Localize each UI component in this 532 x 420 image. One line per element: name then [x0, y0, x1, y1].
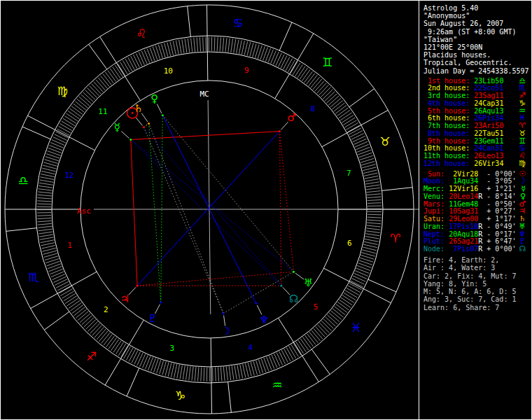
chart-wheel: ♈♉♊♋♌♍♎♏♐♑♒♓123456789101112AscMC☽☿♀♂♃♄♅♆… — [1, 1, 419, 419]
stats-line: M: 5, N: 6, A: 6, D: 5 — [424, 288, 531, 295]
node-icon: ☊ — [519, 246, 531, 253]
midheaven-label: MC — [200, 90, 209, 99]
wheel-mercury-icon: ☿ — [114, 121, 120, 134]
wheel-svg: ♈♉♊♋♌♍♎♏♐♑♒♓123456789101112AscMC☽☿♀♂♃♄♅♆… — [1, 1, 419, 419]
virgo-icon: ♍ — [519, 160, 531, 168]
house-position: 26Vir34 — [470, 160, 503, 168]
header-line: 9:26am (ST +8:00 GMT) — [424, 28, 531, 36]
astrolog-window: ♈♉♊♋♌♍♎♏♐♑♒♓123456789101112AscMC☽☿♀♂♃♄♅♆… — [0, 0, 532, 420]
aspect-lines — [131, 115, 294, 314]
house-number: 2 — [104, 305, 108, 314]
ascendant-label: Asc — [77, 206, 91, 216]
stats-summary: Fire: 4, Earth: 2,Air : 4, Water: 3Car: … — [424, 256, 531, 312]
stats-line: Air : 4, Water: 3 — [424, 264, 531, 272]
wheel-cancer-icon: ♋ — [233, 16, 244, 30]
stats-line: Learn: 6, Share: 7 — [424, 304, 531, 312]
planet-position: 7Pis07 — [444, 246, 478, 253]
wheel-saturn-icon: ♄ — [134, 102, 143, 115]
planets-list: Sun: 2Vir28 - 0°00'☉Moon: 1Aqu34 - 3°05'… — [424, 171, 531, 253]
house-number: 10 — [164, 66, 173, 76]
wheel-libra-icon: ♎ — [18, 174, 29, 188]
wheel-pisces-icon: ♓ — [351, 321, 361, 335]
planet-delta: + 0°00' — [482, 246, 516, 253]
wheel-jupiter-icon: ♃ — [120, 293, 130, 305]
stats-line: Fire: 4, Earth: 2, — [424, 256, 531, 264]
wheel-taurus-icon: ♉ — [379, 134, 390, 148]
planet-glyphs: ☽☿♀♂♃♄♅♆♇☊ — [114, 92, 313, 337]
wheel-aries-icon: ♈ — [390, 231, 400, 245]
wheel-pluto-icon: ♇ — [148, 312, 157, 325]
wheel-capricorn-icon: ♑ — [175, 388, 186, 402]
info-panel: Astrolog 5.40"Anonymous"Sun August 26, 2… — [420, 1, 531, 419]
house-number: 3 — [169, 344, 174, 353]
header-line: Tropical, Geocentric. — [424, 59, 531, 66]
chart-header: Astrolog 5.40"Anonymous"Sun August 26, 2… — [424, 4, 531, 75]
wheel-sagittarius-icon: ♐ — [86, 349, 97, 363]
header-line: Astrolog 5.40 — [424, 4, 531, 12]
wheel-moon-icon: ☽ — [221, 325, 230, 337]
header-line: "Taiwan" — [424, 36, 531, 43]
panel-divider — [419, 1, 419, 419]
stats-line: Ang: 3, Suc: 7, Cad: 1 — [424, 295, 531, 303]
house-number: 7 — [346, 169, 351, 178]
house-number: 1 — [67, 241, 72, 250]
wheel-leo-icon: ♌ — [136, 27, 146, 41]
wheel-neptune-icon: ♆ — [260, 314, 269, 326]
house-label: 12th house: — [424, 160, 470, 168]
planet-label: Node: — [424, 246, 444, 253]
house-number: 12 — [64, 171, 74, 180]
house-row: 12th house: 26Vir34♍ — [424, 160, 531, 168]
planet-row: Node: 7Pis07R + 0°00'☊ — [424, 246, 531, 253]
wheel-venus-icon: ♀ — [150, 92, 158, 105]
house-number: 9 — [244, 66, 249, 75]
wheel-uranus-icon: ♅ — [304, 276, 313, 289]
wheel-gemini-icon: ♊ — [322, 55, 332, 69]
header-line: Sun August 26, 2007 — [424, 20, 531, 27]
house-number: 6 — [347, 239, 352, 248]
wheel-mars-icon: ♂ — [287, 111, 296, 124]
house-number: 5 — [314, 302, 318, 312]
header-line: 121°00E 25°00N — [424, 43, 531, 51]
stats-line: Yang: 8, Yin: 5 — [424, 280, 531, 288]
wheel-aquarius-icon: ♒ — [272, 378, 283, 392]
house-number: 11 — [98, 107, 107, 116]
house-number: 4 — [248, 343, 253, 352]
wheel-node-icon: ☊ — [289, 293, 298, 305]
header-line: Placidus houses. — [424, 51, 531, 59]
stats-line: Car: 2, Fix: 4, Mut: 7 — [424, 272, 531, 280]
header-line: "Anonymous" — [424, 12, 531, 20]
wheel-scorpio-icon: ♏ — [29, 270, 39, 284]
wheel-virgo-icon: ♍ — [57, 84, 68, 98]
houses-list: 1st house: 23Lib50♎ 2nd house: 22Sco51♏ … — [424, 78, 531, 168]
header-line: Julian Day = 2454338.5597 — [424, 67, 531, 75]
house-number: 8 — [310, 104, 315, 113]
